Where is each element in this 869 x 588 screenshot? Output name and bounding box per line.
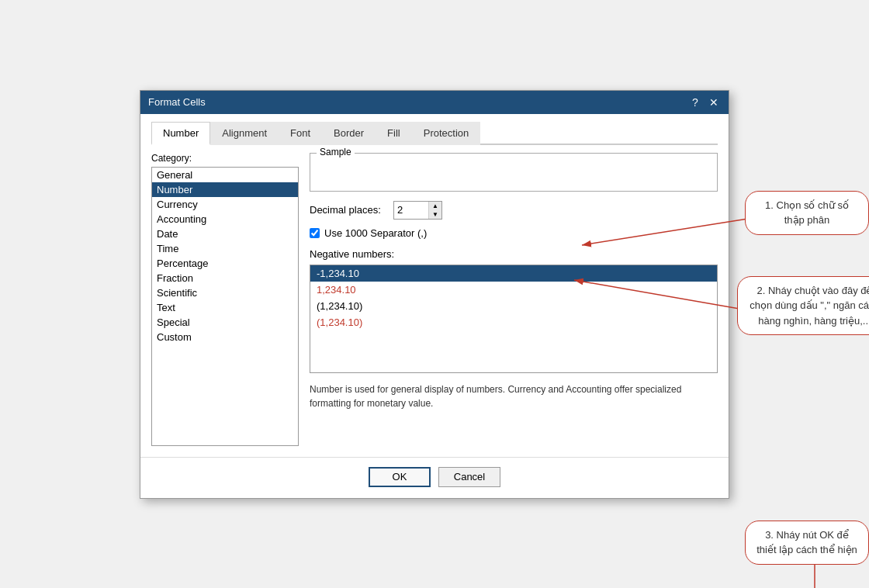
neg-item-1[interactable]: -1,234.10	[310, 265, 717, 282]
content-area: Category: General Number Currency Accoun…	[151, 153, 718, 446]
ok-button[interactable]: OK	[369, 467, 431, 487]
callout-1: 1. Chọn số chữ sốthập phân	[745, 191, 869, 235]
separator-checkbox[interactable]	[310, 228, 320, 238]
spin-down-button[interactable]: ▼	[429, 210, 441, 219]
spinner-buttons: ▲ ▼	[428, 202, 441, 219]
decimal-input-wrapper: ▲ ▼	[393, 201, 442, 220]
decimal-input[interactable]	[394, 202, 428, 219]
category-accounting[interactable]: Accounting	[152, 212, 298, 227]
close-button[interactable]: ✕	[707, 95, 721, 109]
category-fraction[interactable]: Fraction	[152, 271, 298, 285]
category-date[interactable]: Date	[152, 227, 298, 241]
callout-3: 3. Nháy nút OK đểthiết lập cách thể hiện	[745, 521, 869, 565]
neg-item-4[interactable]: (1,234.10)	[310, 314, 717, 330]
callout-1-text: 1. Chọn số chữ sốthập phân	[765, 199, 849, 227]
category-currency[interactable]: Currency	[152, 197, 298, 212]
separator-label[interactable]: Use 1000 Separator (,)	[324, 227, 427, 239]
category-section: Category: General Number Currency Accoun…	[151, 153, 299, 446]
right-panel: Sample Decimal places: ▲ ▼	[310, 153, 718, 446]
separator-row: Use 1000 Separator (,)	[310, 227, 718, 239]
category-list[interactable]: General Number Currency Accounting Date …	[151, 167, 299, 446]
category-time[interactable]: Time	[152, 241, 298, 256]
dialog-body: Number Alignment Font Border Fill Protec…	[140, 114, 729, 457]
callout-2: 2. Nháy chuột vào đây đểchọn dùng dấu ",…	[737, 276, 869, 336]
format-cells-dialog: Format Cells ? ✕ Number Alignment Font B…	[140, 90, 729, 499]
category-text[interactable]: Text	[152, 300, 298, 315]
category-label: Category:	[151, 153, 299, 164]
bottom-buttons: OK Cancel	[140, 457, 729, 498]
annotation-arrows	[729, 90, 869, 589]
negative-list[interactable]: -1,234.10 1,234.10 (1,234.10) (1,234.10)	[310, 265, 718, 373]
tab-border[interactable]: Border	[322, 122, 376, 145]
negative-label: Negative numbers:	[310, 248, 718, 260]
category-scientific[interactable]: Scientific	[152, 285, 298, 300]
neg-item-2[interactable]: 1,234.10	[310, 282, 717, 298]
sample-legend: Sample	[317, 147, 355, 157]
tab-protection[interactable]: Protection	[412, 122, 481, 145]
tab-font[interactable]: Font	[279, 122, 322, 145]
description-text: Number is used for general display of nu…	[310, 382, 718, 410]
sample-group: Sample	[310, 153, 718, 192]
neg-item-3[interactable]: (1,234.10)	[310, 298, 717, 314]
annotations-panel: 1. Chọn số chữ sốthập phân 2. Nháy chuột…	[729, 90, 869, 589]
category-special[interactable]: Special	[152, 315, 298, 330]
title-bar: Format Cells ? ✕	[140, 91, 729, 114]
tab-number[interactable]: Number	[151, 122, 210, 145]
negative-section: Negative numbers: -1,234.10 1,234.10 (1,…	[310, 248, 718, 373]
tab-alignment[interactable]: Alignment	[210, 122, 279, 145]
category-percentage[interactable]: Percentage	[152, 256, 298, 271]
title-bar-buttons: ? ✕	[688, 95, 721, 109]
tabs-bar: Number Alignment Font Border Fill Protec…	[151, 122, 718, 145]
decimal-row: Decimal places: ▲ ▼	[310, 201, 718, 220]
decimal-label: Decimal places:	[310, 204, 387, 216]
dialog-title: Format Cells	[148, 96, 206, 108]
callout-3-text: 3. Nháy nút OK đểthiết lập cách thể hiện	[756, 529, 857, 556]
callout-2-text: 2. Nháy chuột vào đây đểchọn dùng dấu ",…	[750, 285, 869, 327]
category-number[interactable]: Number	[152, 182, 298, 197]
category-general[interactable]: General	[152, 168, 298, 182]
cancel-button[interactable]: Cancel	[438, 467, 500, 487]
help-button[interactable]: ?	[688, 95, 702, 109]
spin-up-button[interactable]: ▲	[429, 202, 441, 210]
category-custom[interactable]: Custom	[152, 330, 298, 344]
tab-fill[interactable]: Fill	[376, 122, 412, 145]
